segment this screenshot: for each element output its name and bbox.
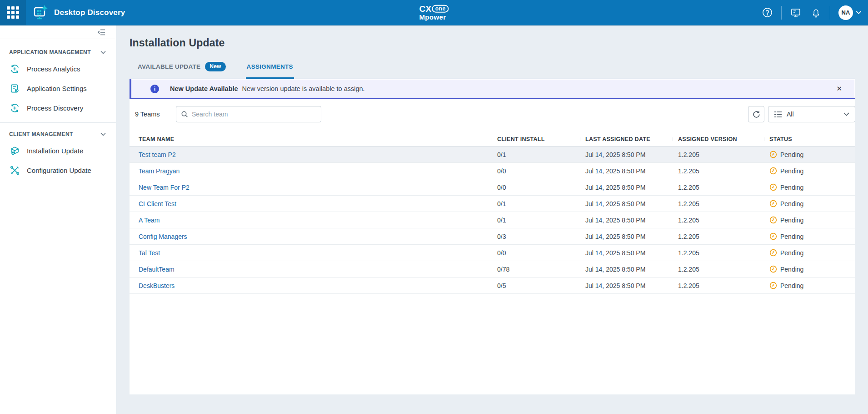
sidebar-item-process-discovery[interactable]: Installation Update Process Discovery [0, 98, 116, 118]
tab-assignments[interactable]: ASSIGNMENTS [246, 59, 294, 79]
status-cell: Pending [764, 183, 855, 191]
pending-clock-icon [769, 167, 777, 175]
status-cell: Pending [764, 200, 855, 207]
sidebar-item-application-settings[interactable]: Application Settings [0, 79, 116, 98]
waffle-grid-icon [7, 6, 19, 19]
main-content: Installation Update AVAILABLE UPDATE New… [116, 25, 868, 414]
new-badge: New [205, 62, 225, 71]
last-assigned-date-cell: Jul 14, 2025 8:50 PM [580, 200, 673, 207]
installation-update-icon [10, 146, 20, 156]
team-name-link[interactable]: Team Pragyan [139, 167, 180, 175]
search-icon [181, 111, 188, 118]
client-install-cell: 0/0 [492, 249, 580, 257]
sidebar-divider [0, 122, 116, 123]
user-menu[interactable]: NA [838, 5, 862, 20]
desktop-discovery-app-icon [32, 4, 49, 21]
sidebar-item-process-analytics[interactable]: Process Analytics [0, 59, 116, 79]
client-install-cell: 0/5 [492, 282, 580, 289]
chevron-down-icon [100, 132, 106, 136]
assignments-table: TEAM NAME CLIENT INSTALL LAST ASSIGNED D… [130, 132, 855, 294]
logo-cx: CX [419, 4, 431, 13]
client-install-cell: 0/0 [492, 184, 580, 191]
section-label: APPLICATION MANAGEMENT [9, 49, 91, 56]
pending-clock-icon [769, 232, 777, 240]
status-cell: Pending [764, 265, 855, 273]
table-row: New Team For P2 0/0 Jul 14, 2025 8:50 PM… [130, 179, 855, 196]
last-assigned-date-cell: Jul 14, 2025 8:50 PM [580, 184, 673, 191]
assigned-version-cell: 1.2.205 [673, 200, 764, 207]
column-header-last-assigned-date[interactable]: LAST ASSIGNED DATE [580, 136, 673, 142]
close-icon[interactable]: ✕ [834, 83, 844, 95]
column-header-team-name[interactable]: TEAM NAME [130, 136, 492, 142]
table-row: A Team 0/1 Jul 14, 2025 8:50 PM 1.2.205 … [130, 212, 855, 228]
table-toolbar: 9 Teams [130, 99, 855, 122]
team-name-link[interactable]: A Team [139, 217, 160, 224]
status-label: Pending [780, 249, 803, 257]
screen-share-icon[interactable] [790, 7, 802, 19]
refresh-button[interactable] [748, 106, 764, 122]
client-install-cell: 0/0 [492, 167, 580, 175]
team-name-link[interactable]: Config Managers [139, 233, 187, 240]
status-label: Pending [780, 266, 803, 273]
sidebar-item-label: Process Discovery [27, 104, 83, 112]
avatar: NA [838, 5, 853, 20]
topbar-divider [781, 6, 782, 20]
cxone-mpower-logo: CX one Mpower [419, 4, 449, 21]
pending-clock-icon [769, 265, 777, 273]
last-assigned-date-cell: Jul 14, 2025 8:50 PM [580, 249, 673, 257]
app-title: Desktop Discovery [54, 8, 125, 17]
process-discovery-icon [10, 103, 20, 113]
team-name-link[interactable]: CI Client Test [139, 200, 176, 207]
status-filter-dropdown[interactable]: All [768, 106, 855, 122]
status-label: Pending [780, 282, 803, 289]
sidebar-item-configuration-update[interactable]: Configuration Update [0, 161, 116, 180]
client-install-cell: 0/78 [492, 266, 580, 273]
list-filter-icon [774, 111, 782, 118]
sidebar-item-installation-update[interactable]: Installation Update [0, 141, 116, 161]
last-assigned-date-cell: Jul 14, 2025 8:50 PM [580, 233, 673, 240]
sidebar: APPLICATION MANAGEMENT Process Analytics [0, 25, 116, 414]
table-row: CI Client Test 0/1 Jul 14, 2025 8:50 PM … [130, 196, 855, 212]
assigned-version-cell: 1.2.205 [673, 151, 764, 158]
column-header-client-install[interactable]: CLIENT INSTALL [492, 136, 580, 142]
team-name-link[interactable]: Test team P2 [139, 151, 176, 158]
sidebar-item-label: Process Analytics [27, 65, 80, 73]
table-header: TEAM NAME CLIENT INSTALL LAST ASSIGNED D… [130, 132, 855, 146]
client-install-cell: 0/3 [492, 233, 580, 240]
pending-clock-icon [769, 183, 777, 191]
info-icon: i [150, 85, 159, 93]
section-application-management[interactable]: APPLICATION MANAGEMENT [0, 49, 116, 56]
status-cell: Pending [764, 151, 855, 158]
chevron-down-icon [100, 50, 106, 54]
tab-label: AVAILABLE UPDATE [138, 63, 200, 70]
status-label: Pending [780, 167, 803, 175]
column-header-status[interactable]: STATUS [764, 136, 855, 142]
application-settings-icon [10, 84, 20, 93]
last-assigned-date-cell: Jul 14, 2025 8:50 PM [580, 266, 673, 273]
tab-available-update[interactable]: AVAILABLE UPDATE New [137, 59, 227, 79]
chevron-down-icon [843, 112, 849, 116]
search-input[interactable] [192, 111, 316, 118]
banner-title: New Update Available [170, 85, 238, 92]
notifications-bell-icon[interactable] [810, 7, 822, 19]
table-row: Config Managers 0/3 Jul 14, 2025 8:50 PM… [130, 228, 855, 245]
team-name-link[interactable]: New Team For P2 [139, 184, 190, 191]
pending-clock-icon [769, 249, 777, 257]
column-header-assigned-version[interactable]: ASSIGNED VERSION [673, 136, 764, 142]
configuration-update-icon [10, 166, 20, 175]
process-analytics-icon [10, 64, 20, 74]
team-name-link[interactable]: Tal Test [139, 249, 160, 257]
status-cell: Pending [764, 282, 855, 289]
sidebar-collapse-button[interactable] [0, 25, 116, 39]
pending-clock-icon [769, 216, 777, 224]
page-title: Installation Update [130, 37, 855, 49]
table-row: DeskBusters 0/5 Jul 14, 2025 8:50 PM 1.2… [130, 278, 855, 294]
section-client-management[interactable]: CLIENT MANAGEMENT [0, 131, 116, 137]
app-launcher-button[interactable] [0, 0, 26, 25]
sidebar-item-label: Installation Update [27, 147, 83, 155]
team-name-link[interactable]: DefaultTeam [139, 266, 175, 273]
help-icon[interactable] [761, 7, 773, 19]
team-name-link[interactable]: DeskBusters [139, 282, 175, 289]
sidebar-item-label: Application Settings [27, 85, 87, 92]
pending-clock-icon [769, 200, 777, 207]
